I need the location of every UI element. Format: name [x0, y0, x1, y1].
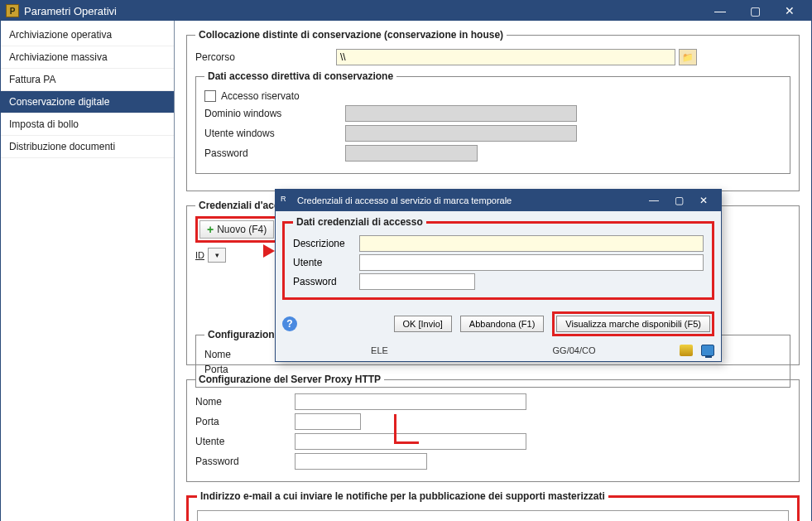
folder-icon: 📁: [682, 52, 694, 63]
proxy-porta-input[interactable]: [295, 413, 361, 430]
percorso-label: Percorso: [195, 51, 336, 63]
password-input[interactable]: [345, 145, 478, 162]
chevron-down-icon: ▾: [215, 251, 219, 259]
dialog-footer-col2: GG/04/CO: [477, 345, 671, 355]
email-legend: Indirizzo e-mail a cui inviare le notifi…: [197, 490, 608, 502]
maximize-button[interactable]: ▢: [738, 1, 771, 21]
dialog-abbandona-button[interactable]: Abbandona (F1): [460, 316, 545, 332]
dominio-windows-input[interactable]: [345, 105, 577, 122]
dominio-windows-label: Dominio windows: [204, 108, 345, 119]
email-input[interactable]: [197, 510, 789, 521]
minimize-button[interactable]: —: [704, 1, 737, 21]
proxy-porta-label: Porta: [195, 416, 295, 427]
config-porta-label: Porta: [204, 364, 304, 375]
app-icon: P: [6, 4, 19, 17]
sidebar-item-distribuzione-documenti[interactable]: Distribuzione documenti: [1, 136, 174, 158]
dialog-ok-button[interactable]: OK [Invio]: [394, 316, 452, 332]
dialog-utente-input[interactable]: [359, 254, 704, 271]
browse-button[interactable]: 📁: [679, 49, 697, 65]
sidebar-item-imposta-di-bollo[interactable]: Imposta di bollo: [1, 113, 174, 136]
collocazione-legend: Collocazione distinte di conservazione (…: [195, 29, 507, 41]
dialog-password-input[interactable]: [359, 273, 475, 290]
proxy-nome-input[interactable]: [295, 393, 526, 410]
dialog-descrizione-label: Descrizione: [293, 238, 359, 249]
sidebar-item-archiviazione-operativa[interactable]: Archiviazione operativa: [1, 24, 174, 46]
annotation-arrow-line: [394, 441, 419, 444]
dialog-titlebar: R Credenziali di accesso al servizio di …: [276, 190, 721, 211]
proxy-utente-label: Utente: [195, 436, 295, 447]
plus-icon: +: [207, 223, 214, 236]
close-button[interactable]: ✕: [773, 1, 806, 21]
dialog-utente-label: Utente: [293, 257, 359, 268]
percorso-input[interactable]: [336, 49, 675, 65]
annotation-arrow: [394, 414, 396, 444]
annotation-arrow-head: [263, 244, 275, 258]
sidebar-item-archiviazione-massiva[interactable]: Archiviazione massiva: [1, 46, 174, 69]
credenziali-dialog: R Credenziali di accesso al servizio di …: [275, 189, 722, 362]
window-titlebar: P Parametri Operativi — ▢ ✕: [1, 1, 811, 21]
database-icon: [680, 345, 693, 356]
sidebar-item-conservazione-digitale[interactable]: Conservazione digitale: [1, 91, 174, 113]
accesso-riservato-label: Accesso riservato: [221, 90, 300, 102]
dati-accesso-fieldset: Dati accesso direttiva di conservazione …: [195, 70, 790, 174]
nuovo-button[interactable]: + Nuovo (F4): [199, 220, 274, 239]
id-column-header: ID: [195, 250, 204, 260]
dati-accesso-legend: Dati accesso direttiva di conservazione: [204, 70, 396, 82]
password-label: Password: [204, 147, 345, 159]
dialog-title: Credenziali di accesso al servizio di ma…: [297, 195, 641, 205]
utente-windows-input[interactable]: [345, 125, 577, 142]
dialog-close-button[interactable]: ✕: [691, 192, 716, 209]
dialog-footer-col1: ELE: [282, 345, 477, 355]
dialog-maximize-button[interactable]: ▢: [666, 192, 691, 209]
sidebar-item-fattura-pa[interactable]: Fattura PA: [1, 69, 174, 91]
proxy-password-label: Password: [195, 456, 295, 467]
nuovo-highlight: + Nuovo (F4): [195, 216, 278, 243]
config-server-legend: Configurazione: [204, 329, 283, 340]
visualizza-highlight: Visualizza marche disponibili (F5): [552, 311, 714, 336]
sidebar: Archiviazione operativa Archiviazione ma…: [1, 21, 175, 521]
proxy-password-input[interactable]: [295, 453, 427, 470]
utente-windows-label: Utente windows: [204, 128, 345, 139]
dialog-visualizza-button[interactable]: Visualizza marche disponibili (F5): [556, 316, 710, 332]
id-dropdown[interactable]: ▾: [208, 248, 226, 263]
dati-credenziali-fieldset: Dati credenziali di accesso Descrizione …: [282, 216, 714, 300]
dialog-footer: ELE GG/04/CO: [276, 341, 721, 361]
monitor-icon: [701, 345, 714, 356]
accesso-riservato-checkbox[interactable]: [204, 90, 216, 102]
dialog-descrizione-input[interactable]: [359, 235, 704, 252]
email-fieldset: Indirizzo e-mail a cui inviare le notifi…: [186, 490, 800, 521]
proxy-nome-label: Nome: [195, 396, 295, 408]
help-icon[interactable]: ?: [282, 316, 297, 331]
collocazione-fieldset: Collocazione distinte di conservazione (…: [186, 29, 800, 191]
nuovo-button-label: Nuovo (F4): [217, 224, 267, 235]
dialog-minimize-button[interactable]: —: [641, 192, 666, 209]
dialog-app-icon: R: [281, 195, 292, 206]
window-title: Parametri Operativi: [24, 5, 704, 17]
dati-credenziali-legend: Dati credenziali di accesso: [293, 216, 426, 228]
proxy-fieldset: Configurazione del Server Proxy HTTP Nom…: [186, 374, 800, 482]
dialog-password-label: Password: [293, 276, 359, 287]
